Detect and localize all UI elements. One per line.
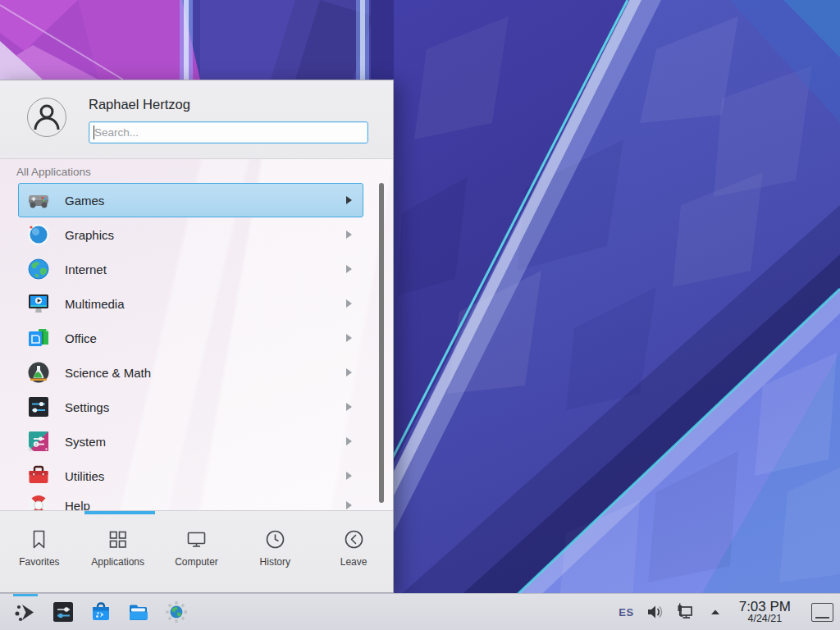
tab-label: History [260, 556, 290, 568]
discover-icon [89, 600, 113, 624]
keyboard-layout-indicator[interactable]: ES [619, 606, 633, 619]
dolphin-folder-icon [126, 600, 151, 624]
tab-label: Leave [340, 556, 368, 568]
leave-icon [343, 528, 365, 550]
tab-leave[interactable]: Leave [314, 511, 393, 592]
wallpaper-top-strip [0, 0, 394, 80]
tab-computer[interactable]: Computer [158, 511, 236, 592]
toolbox-icon [27, 464, 50, 487]
category-settings[interactable]: Settings [18, 390, 363, 424]
discover-launcher[interactable] [82, 594, 120, 630]
category-graphics[interactable]: Graphics [18, 217, 363, 252]
volume-icon[interactable] [645, 602, 664, 622]
globe-icon [27, 258, 50, 281]
submenu-arrow-icon [346, 437, 352, 445]
submenu-arrow-icon [346, 231, 352, 239]
clock-time: 7:03 PM [739, 600, 791, 614]
application-launcher-popup: Raphael Hertzog All Applications Games [0, 80, 394, 593]
gamepad-icon [27, 189, 50, 212]
category-office[interactable]: Office [18, 321, 363, 355]
submenu-arrow-icon [346, 299, 352, 308]
system-sliders-icon [27, 430, 50, 453]
system-settings-launcher[interactable] [44, 594, 82, 630]
web-browser-launcher[interactable] [158, 594, 195, 630]
category-multimedia[interactable]: Multimedia [18, 286, 363, 321]
konqueror-globe-icon [164, 600, 189, 624]
application-category-list: Games Graphics [18, 183, 375, 512]
submenu-arrow-icon [346, 334, 352, 342]
network-icon[interactable] [675, 602, 695, 622]
taskbar-panel: ES 7:03 PM 4/24/2 [0, 593, 840, 630]
submenu-arrow-icon [346, 472, 352, 480]
media-monitor-icon [27, 292, 50, 315]
submenu-arrow-icon [346, 265, 352, 273]
clock-date: 4/24/21 [739, 614, 791, 624]
grid-icon [107, 528, 129, 550]
category-science-math[interactable]: Science & Math [18, 355, 363, 390]
category-label: Internet [65, 262, 107, 276]
category-internet[interactable]: Internet [18, 252, 363, 286]
show-desktop-button[interactable] [811, 603, 833, 622]
user-icon [28, 98, 66, 136]
tab-favorites[interactable]: Favorites [0, 511, 79, 592]
tab-label: Computer [175, 556, 218, 568]
documents-icon [27, 326, 50, 349]
active-tab-indicator [84, 511, 155, 514]
monitor-icon [185, 528, 208, 550]
expand-arrow-icon[interactable] [705, 602, 725, 622]
sliders-icon [27, 395, 50, 418]
tab-label: Applications [91, 556, 144, 568]
category-label: Games [65, 194, 104, 208]
user-name: Raphael Hertzog [89, 97, 190, 112]
category-label: Science & Math [65, 366, 151, 380]
category-label: Graphics [65, 228, 114, 242]
submenu-arrow-icon [346, 501, 352, 509]
category-label: Office [65, 331, 97, 345]
search-field-wrap [89, 121, 368, 144]
bookmark-icon [28, 528, 50, 550]
category-label: Settings [65, 400, 109, 414]
digital-clock[interactable]: 7:03 PM 4/24/21 [736, 600, 794, 625]
category-help[interactable]: Help [18, 488, 363, 512]
file-manager-launcher[interactable] [120, 594, 158, 630]
kde-launcher-icon [13, 600, 38, 624]
section-label: All Applications [16, 166, 393, 179]
category-label: System [65, 435, 106, 449]
launcher-header: Raphael Hertzog [0, 80, 393, 159]
launcher-footer-tabs: Favorites Applications Computer [0, 510, 393, 592]
active-indicator [13, 594, 38, 596]
submenu-arrow-icon [346, 368, 352, 377]
category-system[interactable]: System [18, 424, 363, 459]
lifebuoy-icon [27, 494, 50, 512]
system-settings-icon [51, 600, 75, 624]
application-list-panel: All Applications Games [0, 159, 393, 512]
user-avatar[interactable] [27, 98, 66, 137]
flask-icon [27, 361, 50, 384]
clock-icon [264, 528, 286, 550]
scrollbar-thumb[interactable] [379, 183, 384, 503]
submenu-arrow-icon [346, 196, 352, 204]
search-input[interactable] [89, 121, 368, 144]
app-launcher-button[interactable] [7, 594, 44, 630]
submenu-arrow-icon [346, 403, 352, 411]
blue-sphere-icon [27, 223, 50, 246]
tab-applications[interactable]: Applications [79, 511, 158, 592]
tab-label: Favorites [19, 556, 59, 568]
category-games[interactable]: Games [18, 183, 363, 217]
taskbar-launchers [0, 594, 195, 630]
tab-history[interactable]: History [235, 511, 314, 592]
system-tray: ES 7:03 PM 4/24/2 [619, 594, 840, 630]
category-label: Utilities [65, 469, 104, 483]
category-label: Multimedia [65, 297, 125, 311]
